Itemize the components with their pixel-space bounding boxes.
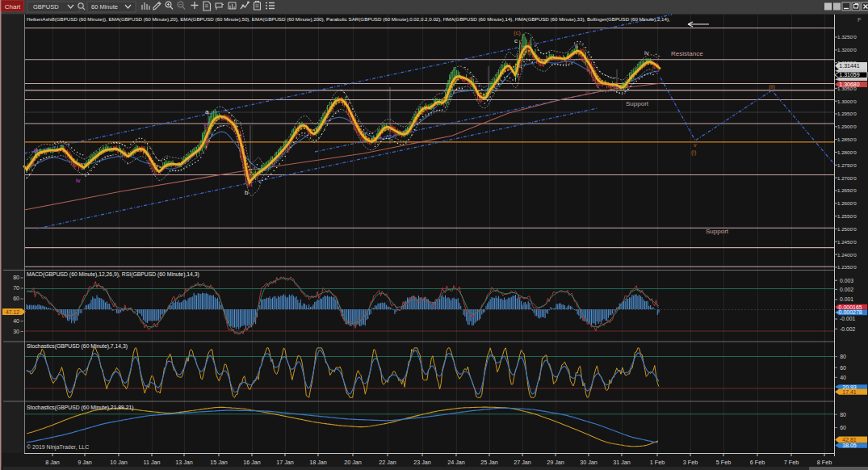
svg-text:Support: Support — [706, 228, 729, 235]
svg-text:80: 80 — [840, 354, 846, 359]
svg-text:1.2500’0: 1.2500’0 — [837, 226, 857, 232]
svg-text:20 Jan: 20 Jan — [344, 459, 362, 466]
svg-text:c: c — [514, 37, 518, 44]
svg-text:80: 80 — [13, 275, 19, 280]
svg-text:1.3000’0: 1.3000’0 — [837, 99, 857, 104]
svg-text:47.12: 47.12 — [6, 309, 19, 315]
svg-text:30 Jan: 30 Jan — [580, 459, 598, 466]
svg-text:29 Jan: 29 Jan — [547, 459, 564, 466]
svg-text:40: 40 — [840, 375, 846, 380]
svg-text:42.81: 42.81 — [842, 437, 857, 443]
svg-text:© 2019 NinjaTrader, LLC: © 2019 NinjaTrader, LLC — [27, 444, 89, 451]
svg-text:0.001: 0.001 — [840, 296, 853, 302]
svg-text:13 Jan: 13 Jan — [175, 459, 193, 466]
svg-text:1.2950’0: 1.2950’0 — [837, 111, 857, 116]
svg-text:1.2650’0: 1.2650’0 — [837, 187, 857, 193]
svg-text:(ii): (ii) — [769, 84, 775, 90]
svg-text:a: a — [205, 108, 209, 115]
svg-text:60 Minute: 60 Minute — [91, 3, 118, 10]
svg-text:5 Feb: 5 Feb — [716, 459, 731, 466]
svg-text:Stochastics(GBPUSD (60 Minute): Stochastics(GBPUSD (60 Minute),21,89,21) — [27, 405, 134, 411]
svg-text:17.41: 17.41 — [842, 389, 857, 395]
svg-text:1.2450’0: 1.2450’0 — [837, 239, 857, 245]
svg-text:3 Feb: 3 Feb — [683, 459, 698, 466]
svg-text:9 Jan: 9 Jan — [78, 459, 92, 466]
svg-text:1.2600’0: 1.2600’0 — [837, 200, 857, 206]
svg-text:24 Jan: 24 Jan — [447, 459, 465, 466]
svg-text:1.2550’0: 1.2550’0 — [837, 213, 857, 219]
svg-text:1.30680: 1.30680 — [839, 82, 859, 87]
svg-text:40: 40 — [13, 318, 19, 324]
svg-text:1.2400’0: 1.2400’0 — [837, 252, 857, 258]
svg-text:Support: Support — [626, 100, 649, 107]
svg-text:GBPUSD: GBPUSD — [33, 3, 59, 10]
svg-text:22 Jan: 22 Jan — [379, 459, 396, 466]
svg-text:31 Jan: 31 Jan — [613, 459, 631, 466]
svg-text:30: 30 — [13, 329, 19, 334]
svg-text:16 Jan: 16 Jan — [243, 459, 261, 466]
svg-text:15 Jan: 15 Jan — [210, 459, 228, 466]
svg-text:80: 80 — [840, 412, 846, 418]
svg-text:27 Jan: 27 Jan — [514, 459, 531, 466]
svg-text:8 Jan: 8 Jan — [45, 459, 60, 466]
svg-text:8 Feb: 8 Feb — [817, 459, 832, 466]
svg-text:iii: iii — [34, 147, 38, 154]
svg-text:1.2700’0: 1.2700’0 — [837, 175, 857, 181]
svg-text:23 Jan: 23 Jan — [413, 459, 431, 466]
svg-text:-0.000278: -0.000278 — [837, 309, 862, 315]
svg-text:1.2750’0: 1.2750’0 — [837, 162, 857, 168]
svg-text:25 Jan: 25 Jan — [480, 459, 498, 466]
svg-text:iii: iii — [585, 89, 589, 96]
svg-text:1.2350’0: 1.2350’0 — [837, 264, 857, 270]
svg-text:18 Jan: 18 Jan — [309, 459, 327, 466]
svg-text:MACD(GBPUSD (60 Minute),12,26,: MACD(GBPUSD (60 Minute),12,26,9), RSI(GB… — [27, 271, 199, 278]
svg-text:1 Feb: 1 Feb — [650, 459, 665, 466]
svg-text:7 Feb: 7 Feb — [784, 459, 799, 466]
svg-text:v: v — [203, 121, 207, 128]
svg-text:38.05: 38.05 — [842, 443, 857, 448]
svg-text:11 Jan: 11 Jan — [143, 459, 160, 466]
svg-text:Chart: Chart — [5, 3, 21, 10]
svg-text:iv: iv — [644, 49, 649, 57]
svg-text:1.3250’0: 1.3250’0 — [837, 34, 857, 40]
svg-text:-0.002: -0.002 — [840, 326, 855, 332]
svg-text:0.002: 0.002 — [840, 287, 853, 292]
svg-text:HeikenAshi8(GBPUSD (60 Minute): HeikenAshi8(GBPUSD (60 Minute)), EMA(GBP… — [27, 16, 670, 22]
svg-text:60: 60 — [840, 365, 846, 371]
svg-text:60: 60 — [13, 296, 19, 301]
svg-text:1.3200’0: 1.3200’0 — [837, 47, 857, 52]
svg-text:Resistance: Resistance — [671, 50, 703, 57]
svg-text:(i): (i) — [691, 149, 696, 156]
svg-text:v: v — [694, 142, 697, 148]
svg-text:b: b — [245, 189, 249, 196]
svg-text:Stochastics(GBPUSD (60 Minute): Stochastics(GBPUSD (60 Minute),7,14,3) — [27, 343, 128, 350]
svg-text:iv: iv — [76, 177, 81, 184]
svg-text:10 Jan: 10 Jan — [110, 459, 128, 466]
svg-text:17 Jan: 17 Jan — [276, 459, 294, 466]
svg-text:1.31059: 1.31059 — [839, 72, 859, 78]
svg-text:1.2900’0: 1.2900’0 — [837, 124, 857, 129]
svg-text:1.2850’0: 1.2850’0 — [837, 136, 857, 142]
svg-text:1.2800’0: 1.2800’0 — [837, 149, 857, 155]
svg-text:6 Feb: 6 Feb — [750, 459, 765, 466]
svg-text:60: 60 — [840, 425, 846, 430]
svg-text:-0.001: -0.001 — [840, 316, 855, 321]
svg-text:F: F — [858, 16, 862, 23]
svg-text:1.31441: 1.31441 — [839, 63, 859, 69]
svg-text:70: 70 — [13, 285, 19, 291]
svg-text:ii: ii — [575, 43, 578, 50]
svg-text:0.003: 0.003 — [840, 278, 853, 283]
svg-text:(c): (c) — [514, 29, 521, 36]
